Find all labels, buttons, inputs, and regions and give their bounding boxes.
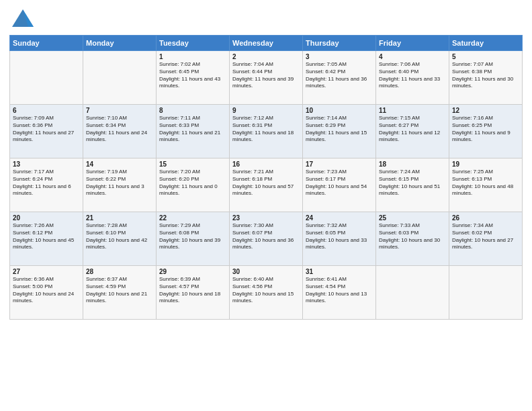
calendar-cell (83, 51, 157, 105)
day-of-week-header: Sunday (10, 36, 83, 51)
day-number: 28 (86, 268, 153, 275)
day-number: 27 (13, 268, 80, 275)
day-number: 20 (13, 214, 80, 222)
calendar-cell: 8Sunrise: 7:11 AM Sunset: 6:33 PM Daylig… (157, 105, 230, 158)
day-info: Sunrise: 7:07 AM Sunset: 6:38 PM Dayligh… (452, 61, 519, 90)
calendar-cell: 31Sunrise: 6:41 AM Sunset: 4:54 PM Dayli… (303, 266, 376, 320)
calendar-cell: 30Sunrise: 6:40 AM Sunset: 4:56 PM Dayli… (230, 266, 303, 320)
calendar-cell: 1Sunrise: 7:02 AM Sunset: 6:45 PM Daylig… (157, 51, 230, 105)
calendar-cell: 29Sunrise: 6:39 AM Sunset: 4:57 PM Dayli… (157, 266, 230, 320)
day-number: 31 (306, 268, 373, 275)
logo-icon (9, 7, 36, 31)
calendar-cell: 15Sunrise: 7:20 AM Sunset: 6:20 PM Dayli… (157, 158, 230, 212)
day-number: 10 (306, 107, 373, 114)
calendar-week-row: 20Sunrise: 7:26 AM Sunset: 6:12 PM Dayli… (10, 212, 523, 266)
day-info: Sunrise: 7:10 AM Sunset: 6:34 PM Dayligh… (86, 115, 153, 144)
calendar-week-row: 6Sunrise: 7:09 AM Sunset: 6:36 PM Daylig… (10, 105, 523, 158)
day-info: Sunrise: 7:20 AM Sunset: 6:20 PM Dayligh… (159, 169, 226, 197)
calendar-cell: 7Sunrise: 7:10 AM Sunset: 6:34 PM Daylig… (83, 105, 157, 158)
day-info: Sunrise: 7:33 AM Sunset: 6:03 PM Dayligh… (379, 222, 446, 251)
calendar-cell: 3Sunrise: 7:05 AM Sunset: 6:42 PM Daylig… (303, 51, 376, 105)
day-number: 18 (379, 161, 446, 168)
day-number: 25 (379, 214, 446, 222)
day-info: Sunrise: 7:26 AM Sunset: 6:12 PM Dayligh… (13, 222, 80, 251)
day-info: Sunrise: 7:17 AM Sunset: 6:24 PM Dayligh… (13, 169, 80, 197)
day-number: 12 (452, 107, 519, 114)
calendar-cell: 5Sunrise: 7:07 AM Sunset: 6:38 PM Daylig… (449, 51, 523, 105)
calendar-cell: 27Sunrise: 6:36 AM Sunset: 5:00 PM Dayli… (10, 266, 83, 320)
calendar-cell: 18Sunrise: 7:24 AM Sunset: 6:15 PM Dayli… (376, 158, 449, 212)
calendar-week-row: 27Sunrise: 6:36 AM Sunset: 5:00 PM Dayli… (10, 266, 523, 320)
calendar-cell: 28Sunrise: 6:37 AM Sunset: 4:59 PM Dayli… (83, 266, 157, 320)
calendar-cell: 23Sunrise: 7:30 AM Sunset: 6:07 PM Dayli… (230, 212, 303, 266)
day-of-week-header: Thursday (303, 36, 376, 51)
page: SundayMondayTuesdayWednesdayThursdayFrid… (0, 0, 532, 411)
day-number: 3 (306, 53, 373, 60)
calendar-cell: 14Sunrise: 7:19 AM Sunset: 6:22 PM Dayli… (83, 158, 157, 212)
day-of-week-header: Tuesday (157, 36, 230, 51)
day-info: Sunrise: 7:09 AM Sunset: 6:36 PM Dayligh… (13, 115, 80, 144)
calendar-cell (449, 266, 523, 320)
day-info: Sunrise: 7:29 AM Sunset: 6:08 PM Dayligh… (159, 222, 226, 251)
day-number: 23 (232, 214, 300, 222)
day-info: Sunrise: 7:15 AM Sunset: 6:27 PM Dayligh… (379, 115, 446, 144)
header-row: SundayMondayTuesdayWednesdayThursdayFrid… (10, 36, 523, 51)
calendar-cell: 25Sunrise: 7:33 AM Sunset: 6:03 PM Dayli… (376, 212, 449, 266)
day-of-week-header: Wednesday (230, 36, 303, 51)
calendar-body: 1Sunrise: 7:02 AM Sunset: 6:45 PM Daylig… (10, 51, 523, 320)
day-number: 11 (379, 107, 446, 114)
day-number: 30 (232, 268, 300, 275)
day-info: Sunrise: 6:41 AM Sunset: 4:54 PM Dayligh… (306, 276, 373, 305)
day-info: Sunrise: 7:02 AM Sunset: 6:45 PM Dayligh… (159, 61, 226, 90)
day-number: 4 (379, 53, 446, 60)
day-info: Sunrise: 7:14 AM Sunset: 6:29 PM Dayligh… (306, 115, 373, 144)
calendar-cell: 17Sunrise: 7:23 AM Sunset: 6:17 PM Dayli… (303, 158, 376, 212)
day-info: Sunrise: 7:34 AM Sunset: 6:02 PM Dayligh… (452, 222, 519, 251)
day-number: 21 (86, 214, 153, 222)
day-info: Sunrise: 6:39 AM Sunset: 4:57 PM Dayligh… (159, 276, 226, 305)
calendar-cell: 21Sunrise: 7:28 AM Sunset: 6:10 PM Dayli… (83, 212, 157, 266)
day-info: Sunrise: 6:36 AM Sunset: 5:00 PM Dayligh… (13, 276, 80, 305)
calendar-cell: 10Sunrise: 7:14 AM Sunset: 6:29 PM Dayli… (303, 105, 376, 158)
day-number: 26 (452, 214, 519, 222)
day-number: 22 (159, 214, 226, 222)
calendar-week-row: 13Sunrise: 7:17 AM Sunset: 6:24 PM Dayli… (10, 158, 523, 212)
calendar-cell: 12Sunrise: 7:16 AM Sunset: 6:25 PM Dayli… (449, 105, 523, 158)
day-info: Sunrise: 6:40 AM Sunset: 4:56 PM Dayligh… (232, 276, 300, 305)
day-of-week-header: Saturday (449, 36, 523, 51)
day-number: 15 (159, 161, 226, 168)
day-number: 5 (452, 53, 519, 60)
calendar-cell: 26Sunrise: 7:34 AM Sunset: 6:02 PM Dayli… (449, 212, 523, 266)
day-info: Sunrise: 7:25 AM Sunset: 6:13 PM Dayligh… (452, 169, 519, 197)
day-number: 2 (232, 53, 300, 60)
calendar-cell (10, 51, 83, 105)
day-info: Sunrise: 7:05 AM Sunset: 6:42 PM Dayligh… (306, 61, 373, 90)
calendar-cell: 19Sunrise: 7:25 AM Sunset: 6:13 PM Dayli… (449, 158, 523, 212)
calendar-cell: 4Sunrise: 7:06 AM Sunset: 6:40 PM Daylig… (376, 51, 449, 105)
calendar-cell (376, 266, 449, 320)
day-number: 9 (232, 107, 300, 114)
day-info: Sunrise: 7:32 AM Sunset: 6:05 PM Dayligh… (306, 222, 373, 251)
calendar-cell: 24Sunrise: 7:32 AM Sunset: 6:05 PM Dayli… (303, 212, 376, 266)
day-info: Sunrise: 7:16 AM Sunset: 6:25 PM Dayligh… (452, 115, 519, 144)
calendar-cell: 22Sunrise: 7:29 AM Sunset: 6:08 PM Dayli… (157, 212, 230, 266)
calendar-cell: 2Sunrise: 7:04 AM Sunset: 6:44 PM Daylig… (230, 51, 303, 105)
day-number: 29 (159, 268, 226, 275)
day-info: Sunrise: 7:06 AM Sunset: 6:40 PM Dayligh… (379, 61, 446, 90)
calendar-cell: 6Sunrise: 7:09 AM Sunset: 6:36 PM Daylig… (10, 105, 83, 158)
calendar-cell: 20Sunrise: 7:26 AM Sunset: 6:12 PM Dayli… (10, 212, 83, 266)
calendar-table: SundayMondayTuesdayWednesdayThursdayFrid… (9, 35, 523, 320)
day-number: 13 (13, 161, 80, 168)
day-info: Sunrise: 7:04 AM Sunset: 6:44 PM Dayligh… (232, 61, 300, 90)
calendar-cell: 13Sunrise: 7:17 AM Sunset: 6:24 PM Dayli… (10, 158, 83, 212)
day-number: 14 (86, 161, 153, 168)
day-info: Sunrise: 7:19 AM Sunset: 6:22 PM Dayligh… (86, 169, 153, 197)
day-number: 1 (159, 53, 226, 60)
header (9, 7, 523, 31)
day-info: Sunrise: 7:30 AM Sunset: 6:07 PM Dayligh… (232, 222, 300, 251)
day-of-week-header: Friday (376, 36, 449, 51)
day-info: Sunrise: 7:21 AM Sunset: 6:18 PM Dayligh… (232, 169, 300, 197)
day-number: 8 (159, 107, 226, 114)
day-info: Sunrise: 7:23 AM Sunset: 6:17 PM Dayligh… (306, 169, 373, 197)
logo (9, 7, 39, 31)
